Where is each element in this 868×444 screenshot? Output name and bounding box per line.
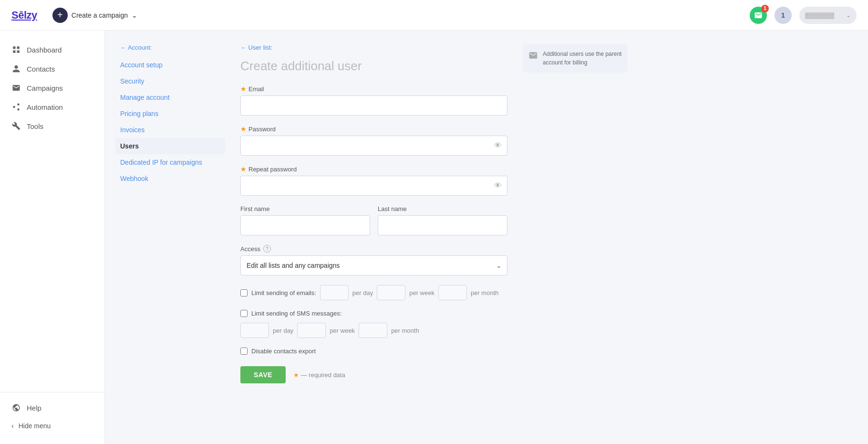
first-name-label: First name — [240, 205, 370, 212]
disable-export-checkbox[interactable] — [240, 348, 248, 355]
svg-rect-2 — [13, 51, 15, 53]
per-month-label: per month — [471, 289, 499, 296]
repeat-password-wrapper: 👁 — [240, 176, 507, 196]
sms-per-month-input[interactable] — [359, 323, 387, 338]
limit-sms-row: Limit sending of SMS messages: — [240, 310, 507, 317]
limit-emails-checkbox[interactable] — [240, 289, 248, 296]
sms-per-week-input[interactable] — [297, 323, 326, 338]
svg-rect-0 — [13, 46, 15, 49]
limit-emails-checkbox-label[interactable]: Limit sending of emails: — [240, 289, 316, 296]
access-group: Access ? Edit all lists and any campaign… — [240, 245, 507, 275]
disable-export-label[interactable]: Disable contacts export — [240, 348, 507, 355]
sidebar-item-dashboard[interactable]: Dashboard — [0, 40, 104, 59]
sidebar-dashboard-label: Dashboard — [27, 46, 62, 54]
limit-sms-group: Limit sending of SMS messages: per day p… — [240, 310, 507, 338]
limit-emails-row: Limit sending of emails: per day per wee… — [240, 285, 507, 300]
sms-per-month-label: per month — [391, 327, 419, 334]
globe-icon — [11, 403, 21, 412]
app-body: Dashboard Contacts Campaigns Automation … — [0, 31, 868, 444]
sms-limits-row: per day per week per month — [240, 323, 507, 338]
menu-item-pricing-plans[interactable]: Pricing plans — [120, 106, 225, 122]
sidebar: Dashboard Contacts Campaigns Automation … — [0, 31, 105, 444]
notifications-button[interactable]: 1 — [750, 7, 767, 24]
create-campaign-label: Create a campaign — [72, 11, 128, 19]
last-name-field[interactable] — [378, 215, 507, 235]
sms-per-week-label: per week — [330, 327, 355, 334]
password-field[interactable] — [240, 136, 507, 156]
svg-rect-1 — [17, 46, 20, 49]
required-note: ★ — required data — [293, 371, 345, 379]
person-icon — [11, 64, 21, 74]
main-content: ← Account: Account setup Security Manage… — [105, 31, 868, 444]
chevron-down-icon: ⌄ — [132, 11, 137, 19]
nav-right: 1 1 ▓▓▓▓▓▓▓ ⌄ — [750, 7, 857, 24]
info-text: Additional users use the parent account … — [543, 50, 622, 67]
account-breadcrumb[interactable]: ← Account: — [120, 44, 225, 51]
menu-item-dedicated-ip[interactable]: Dedicated IP for campaigns — [120, 154, 225, 170]
sidebar-campaigns-label: Campaigns — [27, 84, 63, 92]
sidebar-bottom: Help ‹ Hide menu — [0, 392, 104, 434]
emails-per-week-input[interactable] — [377, 285, 405, 300]
hide-menu-button[interactable]: ‹ Hide menu — [0, 417, 104, 434]
sidebar-item-automation[interactable]: Automation — [0, 97, 104, 116]
sidebar-item-campaigns[interactable]: Campaigns — [0, 78, 104, 97]
sidebar-item-tools[interactable]: Tools — [0, 116, 104, 136]
first-name-field[interactable] — [240, 215, 370, 235]
eye-icon-repeat[interactable]: 👁 — [494, 181, 502, 190]
form-title: Create additional user — [240, 59, 507, 74]
menu-item-account-setup[interactable]: Account setup — [120, 57, 225, 73]
svg-point-5 — [13, 106, 15, 108]
chevron-left-icon: ‹ — [11, 422, 14, 430]
form-area: ← User list: Create additional user ★ Em… — [240, 44, 507, 383]
grid-icon — [11, 45, 21, 54]
repeat-password-label: ★ Repeat password — [240, 165, 507, 173]
wrench-icon — [11, 121, 21, 131]
menu-item-manage-account[interactable]: Manage account — [120, 89, 225, 106]
sms-per-day-input[interactable] — [240, 323, 269, 338]
menu-item-security[interactable]: Security — [120, 73, 225, 89]
password-wrapper: 👁 — [240, 136, 507, 156]
menu-item-webhook[interactable]: Webhook — [120, 170, 225, 187]
access-help-icon[interactable]: ? — [263, 245, 271, 253]
repeat-password-field[interactable] — [240, 176, 507, 196]
save-row: SAVE ★ — required data — [240, 366, 507, 383]
limit-sms-checkbox-label[interactable]: Limit sending of SMS messages: — [240, 310, 341, 317]
disable-export-group: Disable contacts export — [240, 348, 507, 355]
per-week-label: per week — [409, 289, 434, 296]
last-name-group: Last name — [378, 205, 507, 235]
top-nav: Sēlzy + Create a campaign ⌄ 1 1 ▓▓▓▓▓▓▓ … — [0, 0, 868, 31]
emails-per-day-input[interactable] — [320, 285, 349, 300]
info-icon — [528, 51, 538, 63]
envelope-icon — [11, 83, 21, 93]
last-name-label: Last name — [378, 205, 507, 212]
sidebar-item-help[interactable]: Help — [0, 398, 104, 417]
app-logo: Sēlzy — [11, 9, 37, 21]
password-label: ★ Password — [240, 125, 507, 133]
menu-item-users[interactable]: Users — [115, 138, 225, 154]
access-select-wrapper: Edit all lists and any campaigns View on… — [240, 255, 507, 275]
limit-sms-checkbox[interactable] — [240, 310, 248, 317]
access-label: Access ? — [240, 245, 507, 253]
user-menu-button[interactable]: ▓▓▓▓▓▓▓ ⌄ — [799, 7, 857, 24]
email-group: ★ Email — [240, 85, 507, 116]
content-layout: ← Account: Account setup Security Manage… — [120, 44, 853, 383]
menu-item-invoices[interactable]: Invoices — [120, 122, 225, 138]
user-avatar[interactable]: 1 — [775, 7, 792, 24]
plus-icon: + — [52, 8, 68, 23]
hide-menu-label: Hide menu — [19, 422, 51, 430]
sidebar-tools-label: Tools — [27, 122, 43, 130]
limit-emails-group: Limit sending of emails: per day per wee… — [240, 285, 507, 300]
emails-per-month-input[interactable] — [438, 285, 467, 300]
access-select[interactable]: Edit all lists and any campaigns View on… — [240, 255, 507, 275]
create-campaign-button[interactable]: + Create a campaign ⌄ — [52, 8, 137, 23]
sidebar-item-contacts[interactable]: Contacts — [0, 59, 104, 78]
notification-badge: 1 — [761, 5, 769, 12]
email-label: ★ Email — [240, 85, 507, 93]
name-group: First name Last name — [240, 205, 507, 235]
save-button[interactable]: SAVE — [240, 366, 286, 383]
email-field[interactable] — [240, 95, 507, 116]
share-icon — [11, 102, 21, 112]
eye-icon[interactable]: 👁 — [494, 141, 502, 150]
user-list-breadcrumb[interactable]: ← User list: — [240, 44, 507, 51]
password-group: ★ Password 👁 — [240, 125, 507, 156]
